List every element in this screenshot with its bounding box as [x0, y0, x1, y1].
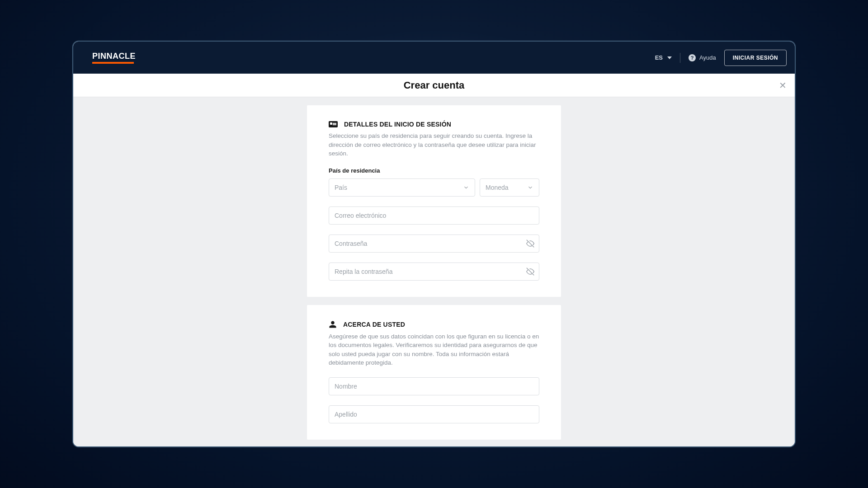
topbar-right: ES ? Ayuda INICIAR SESIÓN — [655, 50, 787, 66]
close-icon[interactable]: ✕ — [779, 81, 787, 90]
id-card-icon — [329, 121, 338, 127]
eye-off-icon[interactable] — [526, 267, 534, 276]
about-you-description: Asegúrese de que sus datos coincidan con… — [329, 332, 539, 367]
content-area: DETALLES DEL INICIO DE SESIÓN Seleccione… — [73, 97, 795, 446]
section-head-login: DETALLES DEL INICIO DE SESIÓN — [329, 121, 539, 128]
eye-off-icon[interactable] — [526, 239, 534, 248]
lastname-field-wrapper — [329, 405, 539, 423]
language-label: ES — [655, 54, 663, 61]
password-input[interactable] — [335, 235, 533, 252]
chevron-down-icon — [463, 184, 469, 191]
firstname-input[interactable] — [335, 378, 533, 395]
country-placeholder: País — [335, 184, 347, 191]
lastname-input[interactable] — [335, 406, 533, 423]
login-button[interactable]: INICIAR SESIÓN — [724, 50, 787, 66]
repeat-password-field-wrapper — [329, 263, 539, 281]
login-details-card: DETALLES DEL INICIO DE SESIÓN Seleccione… — [307, 105, 561, 297]
residence-label: País de residencia — [329, 167, 539, 174]
country-select[interactable]: País — [329, 178, 475, 197]
brand-underline — [92, 62, 134, 64]
currency-select[interactable]: Moneda — [480, 178, 539, 197]
person-icon — [329, 320, 337, 328]
page-titlebar: Crear cuenta ✕ — [73, 74, 795, 97]
divider — [680, 53, 680, 63]
email-field-wrapper — [329, 206, 539, 225]
help-label: Ayuda — [699, 54, 716, 61]
help-link[interactable]: ? Ayuda — [689, 54, 716, 61]
brand-text: PINNACLE — [92, 52, 136, 61]
residence-row: País Moneda — [329, 178, 539, 197]
brand-logo[interactable]: PINNACLE — [92, 52, 136, 64]
app-frame: PINNACLE ES ? Ayuda INICIAR SESIÓN Crear… — [72, 41, 796, 447]
firstname-field-wrapper — [329, 377, 539, 395]
language-selector[interactable]: ES — [655, 54, 672, 61]
login-details-title: DETALLES DEL INICIO DE SESIÓN — [344, 121, 451, 128]
chevron-down-icon — [527, 184, 533, 191]
email-input[interactable] — [335, 207, 533, 224]
about-you-card: ACERCA DE USTED Asegúrese de que sus dat… — [307, 305, 561, 440]
repeat-password-input[interactable] — [335, 263, 533, 280]
section-head-about: ACERCA DE USTED — [329, 320, 539, 328]
currency-placeholder: Moneda — [486, 184, 509, 191]
chevron-down-icon — [667, 56, 672, 59]
page-title: Crear cuenta — [404, 80, 465, 91]
about-you-title: ACERCA DE USTED — [343, 321, 405, 328]
password-field-wrapper — [329, 235, 539, 253]
login-details-description: Seleccione su país de residencia para se… — [329, 131, 539, 158]
help-icon: ? — [689, 54, 696, 61]
topbar: PINNACLE ES ? Ayuda INICIAR SESIÓN — [73, 42, 795, 74]
